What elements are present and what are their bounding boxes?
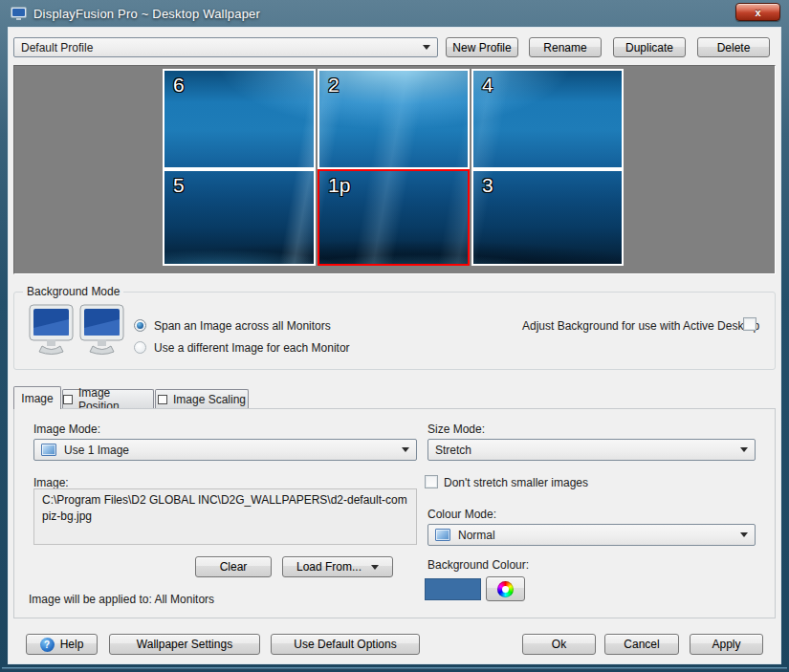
- monitor-label: 4: [482, 74, 493, 97]
- colour-mode-select[interactable]: Normal: [427, 524, 756, 546]
- active-desktop-checkbox[interactable]: [743, 317, 756, 331]
- size-mode-value: Stretch: [435, 444, 471, 457]
- span-image-radio[interactable]: [134, 319, 146, 332]
- dont-stretch-label: Don't stretch smaller images: [444, 476, 588, 489]
- monitor-cell-6[interactable]: 6: [163, 69, 316, 169]
- monitor-cell-3[interactable]: 3: [471, 169, 624, 266]
- title-bar[interactable]: DisplayFusion Pro ~ Desktop Wallpaper x: [0, 0, 789, 30]
- monitor-preview-panel: 6 2 4 5 1p 3: [13, 65, 776, 274]
- tab-image-position[interactable]: Image Position: [62, 389, 154, 408]
- dont-stretch-checkbox[interactable]: [425, 475, 438, 488]
- colour-wheel-icon: [497, 581, 514, 597]
- background-colour-label: Background Colour:: [427, 558, 529, 572]
- delete-profile-button[interactable]: Delete: [697, 37, 770, 57]
- monitor-label: 5: [173, 174, 185, 197]
- tab-label: Image: [21, 392, 53, 405]
- monitor-label: 2: [328, 74, 340, 97]
- help-icon: ?: [40, 638, 55, 652]
- rename-profile-button[interactable]: Rename: [529, 37, 602, 57]
- new-profile-button[interactable]: New Profile: [446, 37, 518, 57]
- applied-to-text: Image will be applied to: All Monitors: [29, 593, 214, 606]
- help-button[interactable]: ? Help: [26, 634, 98, 655]
- colour-mode-value: Normal: [458, 529, 495, 542]
- image-path-field[interactable]: C:\Program Files\D2 GLOBAL INC\D2G_WALLP…: [33, 488, 417, 545]
- profile-select[interactable]: Default Profile: [13, 37, 438, 57]
- image-mode-value: Use 1 Image: [64, 444, 129, 457]
- tab-image-scaling[interactable]: Image Scaling: [155, 389, 249, 408]
- checkbox-icon[interactable]: [158, 395, 167, 404]
- image-icon: [41, 444, 56, 456]
- image-mode-label: Image Mode:: [33, 423, 100, 436]
- tab-image[interactable]: Image: [13, 386, 61, 409]
- image-label: Image:: [33, 476, 69, 489]
- app-window: DisplayFusion Pro ~ Desktop Wallpaper x …: [0, 0, 789, 672]
- different-image-radio[interactable]: [134, 341, 146, 354]
- load-from-label: Load From...: [296, 560, 362, 574]
- size-mode-select[interactable]: Stretch: [427, 439, 756, 461]
- profile-select-value: Default Profile: [21, 41, 93, 54]
- help-label: Help: [60, 638, 84, 651]
- duplicate-profile-button[interactable]: Duplicate: [613, 37, 686, 57]
- use-default-options-button[interactable]: Use Default Options: [271, 634, 420, 655]
- apply-button[interactable]: Apply: [690, 634, 763, 655]
- ok-button[interactable]: Ok: [522, 634, 596, 655]
- size-mode-label: Size Mode:: [427, 423, 485, 436]
- tab-label: Image Scaling: [173, 393, 246, 406]
- chevron-down-icon: [402, 447, 409, 452]
- background-colour-swatch[interactable]: [425, 578, 481, 600]
- monitor-cell-4[interactable]: 4: [471, 69, 624, 169]
- chevron-down-icon: [423, 45, 430, 50]
- colour-mode-label: Colour Mode:: [427, 508, 496, 521]
- monitor-label: 3: [482, 174, 493, 197]
- checkbox-icon[interactable]: [63, 395, 73, 404]
- cancel-button[interactable]: Cancel: [604, 634, 679, 655]
- chevron-down-icon: [371, 565, 379, 570]
- wallpaper-settings-button[interactable]: Wallpaper Settings: [109, 634, 260, 655]
- colour-picker-button[interactable]: [486, 576, 525, 601]
- active-desktop-label: Adjust Background for use with Active De…: [522, 319, 759, 333]
- background-mode-legend: Background Mode: [23, 285, 123, 298]
- clear-button[interactable]: Clear: [195, 556, 272, 577]
- chevron-down-icon: [740, 532, 748, 537]
- chevron-down-icon: [740, 447, 748, 452]
- monitor-cell-1p-selected[interactable]: 1p: [318, 169, 470, 266]
- load-from-button[interactable]: Load From...: [282, 556, 393, 577]
- monitor-cell-5[interactable]: 5: [163, 169, 316, 266]
- close-button[interactable]: x: [735, 3, 780, 21]
- monitor-label: 6: [173, 74, 185, 97]
- dual-monitor-icon: [29, 304, 124, 356]
- window-title: DisplayFusion Pro ~ Desktop Wallpaper: [33, 7, 260, 21]
- monitor-label: 1p: [328, 174, 350, 197]
- app-icon: [11, 7, 27, 21]
- image-mode-select[interactable]: Use 1 Image: [33, 439, 417, 461]
- monitor-cell-2[interactable]: 2: [318, 69, 470, 169]
- different-image-radio-label: Use a different Image for each Monitor: [154, 341, 350, 355]
- image-icon: [435, 529, 450, 541]
- span-image-radio-label: Span an Image across all Monitors: [154, 319, 331, 333]
